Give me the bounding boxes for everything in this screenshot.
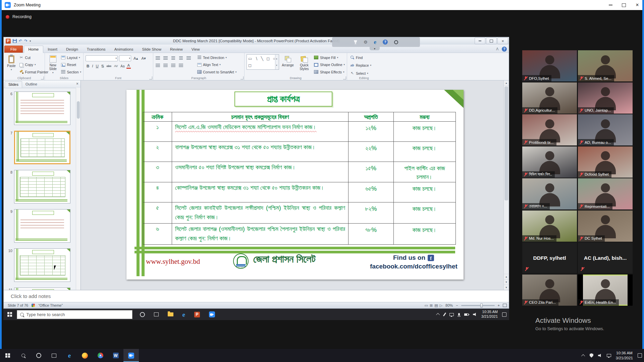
slide-canvas[interactable]: প্রাপ্ত কার্যপত্র ক্রমিকচলমান বৃহৎ প্রকল… bbox=[126, 90, 464, 280]
ppt-minimize-button[interactable] bbox=[475, 38, 485, 44]
justify-icon[interactable] bbox=[179, 64, 183, 67]
edge-icon[interactable]: e bbox=[62, 349, 77, 362]
zoom-taskbar-icon[interactable] bbox=[209, 311, 215, 317]
participant-tile[interactable]: Representati... bbox=[578, 178, 633, 209]
previous-slide-button[interactable]: ▲ bbox=[504, 274, 509, 279]
format-painter-button[interactable]: Format Painter bbox=[18, 69, 49, 74]
slide-title-box[interactable]: প্রাপ্ত কার্যপত্র bbox=[234, 92, 332, 107]
thumbnail-preview[interactable] bbox=[14, 131, 70, 164]
change-case-button[interactable]: Aa bbox=[119, 64, 125, 68]
speaker-icon[interactable] bbox=[473, 313, 477, 316]
shared-search-box[interactable]: Type here to search bbox=[17, 310, 132, 319]
network-icon[interactable] bbox=[607, 354, 611, 357]
zoom-slider[interactable] bbox=[461, 305, 495, 306]
bold-button[interactable]: B bbox=[86, 64, 90, 68]
decrease-indent-icon[interactable] bbox=[171, 56, 175, 60]
taskbar-search-icon[interactable] bbox=[15, 349, 31, 362]
cut-button[interactable]: ✂Cut bbox=[18, 55, 49, 60]
slide-thumbnail-10[interactable]: 10 bbox=[5, 248, 76, 282]
help-icon[interactable]: ? bbox=[502, 47, 507, 52]
notes-pane[interactable]: Click to add notes bbox=[4, 290, 509, 302]
ppt-close-button[interactable]: × bbox=[497, 38, 508, 44]
notification-center-icon[interactable] bbox=[638, 353, 642, 358]
start-button[interactable] bbox=[0, 349, 15, 362]
outline-tab[interactable]: Outline bbox=[22, 81, 41, 87]
bullets-icon[interactable] bbox=[156, 56, 160, 60]
tab-insert[interactable]: Insert bbox=[43, 46, 62, 53]
zoom-titlebar[interactable]: Zoom Meeting × bbox=[0, 0, 644, 10]
cortana-icon[interactable] bbox=[140, 312, 145, 317]
task-view-icon[interactable] bbox=[46, 349, 62, 362]
word-icon[interactable]: W bbox=[108, 349, 123, 362]
shape-effects-button[interactable]: Shape Effects▾ bbox=[313, 69, 345, 74]
fit-to-window-button[interactable] bbox=[503, 304, 507, 307]
font-name-combo[interactable]: ▾ bbox=[86, 55, 118, 61]
reading-view-button[interactable]: ▤ bbox=[434, 303, 438, 308]
shape-outline-button[interactable]: Shape Outline▾ bbox=[313, 62, 345, 67]
reset-button[interactable]: Reset bbox=[60, 62, 82, 67]
participant-tile[interactable]: UNO, Jaintap... bbox=[578, 82, 633, 114]
tab-slide-show[interactable]: Slide Show bbox=[138, 46, 166, 53]
toolbar-collapse-caret[interactable]: ▼ bbox=[370, 47, 380, 50]
drawing-dialog-launcher[interactable] bbox=[343, 76, 346, 79]
slideshow-view-button[interactable]: ▷ bbox=[440, 303, 442, 308]
next-slide-button[interactable]: ▼ bbox=[504, 279, 509, 285]
security-shield-icon[interactable] bbox=[590, 353, 593, 358]
paste-button[interactable]: Paste ▾ bbox=[6, 54, 17, 75]
zoom-minimize-button[interactable] bbox=[604, 0, 617, 10]
thumbnail-preview[interactable] bbox=[14, 288, 70, 290]
tray-expand-icon[interactable] bbox=[581, 354, 585, 358]
zoom-close-button[interactable]: × bbox=[631, 0, 644, 10]
zoom-in-button[interactable]: + bbox=[498, 303, 500, 307]
zoom-floating-toolbar[interactable]: ⚙ e ? ▼ bbox=[332, 37, 420, 47]
undo-icon[interactable]: ↶ bbox=[19, 39, 22, 43]
participant-tile[interactable]: AC (Land), bish... bbox=[578, 242, 633, 274]
powerpoint-app-icon[interactable]: P bbox=[6, 39, 11, 44]
copy-button[interactable]: Copy▾ bbox=[18, 62, 49, 67]
chrome-icon[interactable] bbox=[93, 349, 108, 362]
stop-icon[interactable] bbox=[394, 40, 398, 44]
powerpoint-taskbar-icon[interactable]: P bbox=[194, 312, 200, 317]
tray-expand-icon[interactable] bbox=[436, 313, 440, 317]
replace-button[interactable]: abReplace▾ bbox=[349, 63, 379, 68]
shape-fill-button[interactable]: Shape Fill▾ bbox=[313, 55, 345, 60]
zoom-toolbar-icon[interactable] bbox=[354, 40, 357, 44]
tab-home[interactable]: Home bbox=[24, 46, 44, 53]
slides-panel-scrollbar[interactable] bbox=[76, 88, 80, 290]
help-icon[interactable]: ? bbox=[383, 40, 388, 45]
text-direction-button[interactable]: Text Direction▾ bbox=[196, 55, 242, 60]
thumbnail-preview[interactable] bbox=[14, 170, 70, 203]
thumbnail-preview[interactable] bbox=[14, 248, 70, 282]
layout-button[interactable]: Layout▾ bbox=[60, 55, 82, 60]
zoom-slider-thumb[interactable] bbox=[480, 303, 483, 308]
slide-scrollbar[interactable]: ▲ ▲ ▼ ▼ bbox=[503, 80, 509, 290]
thumbnail-preview[interactable] bbox=[14, 209, 70, 243]
task-view-icon[interactable] bbox=[154, 312, 159, 316]
slide-thumbnail-9[interactable]: 9 bbox=[5, 209, 76, 243]
normal-view-button[interactable]: ▭ bbox=[425, 303, 428, 308]
tab-review[interactable]: Review bbox=[166, 46, 187, 53]
align-left-icon[interactable] bbox=[156, 64, 160, 67]
slide-thumbnail-6[interactable]: 6 bbox=[5, 92, 76, 125]
slide-table[interactable]: ক্রমিকচলমান বৃহৎ প্রকল্পসমূহের বিবরণঅগ্র… bbox=[143, 112, 456, 245]
file-explorer-icon[interactable] bbox=[168, 312, 173, 316]
shared-clock[interactable]: 10:35 AM 3/21/2021 bbox=[481, 310, 498, 319]
quick-styles-button[interactable]: Quick Styles bbox=[297, 54, 312, 75]
powerpoint-titlebar[interactable]: P ↶ ↷ ▾ DDC Meeting March 2021 [Compatib… bbox=[4, 37, 509, 45]
firefox-icon[interactable] bbox=[77, 349, 93, 362]
participant-tile[interactable]: AD, Bureau o... bbox=[578, 114, 633, 145]
italic-button[interactable]: I bbox=[91, 64, 94, 68]
align-right-icon[interactable] bbox=[171, 64, 175, 67]
font-size-combo[interactable]: ▾ bbox=[119, 55, 131, 61]
settings-gear-icon[interactable]: ⚙ bbox=[364, 40, 368, 44]
find-button[interactable]: Find bbox=[349, 55, 379, 60]
align-text-button[interactable]: Align Text▾ bbox=[196, 62, 242, 67]
speaker-icon[interactable] bbox=[598, 354, 602, 357]
clipboard-dialog-launcher[interactable] bbox=[41, 76, 44, 79]
underline-button[interactable]: U bbox=[95, 64, 100, 68]
tab-transitions[interactable]: Transitions bbox=[83, 46, 110, 53]
display-icon[interactable] bbox=[449, 313, 454, 316]
select-button[interactable]: ↖Select▾ bbox=[349, 71, 379, 76]
zoom-out-button[interactable]: − bbox=[456, 303, 458, 307]
ribbon-collapse-icon[interactable]: ᐱ bbox=[496, 47, 498, 51]
